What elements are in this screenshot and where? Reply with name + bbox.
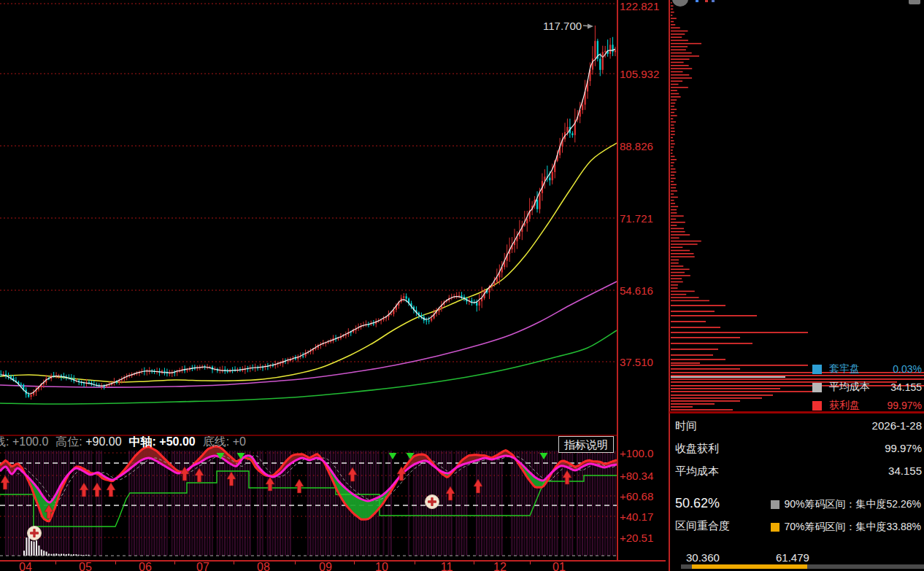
overlap-percent: 50.62% bbox=[675, 496, 720, 511]
trapped-swatch bbox=[812, 365, 822, 374]
chip-range-70-segment bbox=[692, 564, 807, 569]
svg-text:117.700: 117.700 bbox=[543, 20, 582, 32]
param-label: 中轴 bbox=[129, 435, 153, 448]
conc-90-swatch bbox=[771, 500, 779, 509]
mini-marker-icon bbox=[705, 0, 708, 2]
conc-90: 90%筹码区间：集中度52.26% bbox=[771, 498, 921, 511]
indicator-axis-label: +60.68 bbox=[620, 490, 653, 502]
info-row-close-profit: 收盘获利 99.97% bbox=[675, 442, 922, 456]
month-label: 12 bbox=[491, 561, 509, 571]
chip-distribution-chart bbox=[669, 0, 924, 413]
profit-swatch bbox=[812, 401, 822, 411]
info-row-time: 时间 2026-1-28 bbox=[675, 419, 922, 433]
avg-cost-swatch bbox=[812, 383, 822, 392]
legend-row-profit: 获利盘 99.97% bbox=[812, 399, 922, 412]
main-price-axis: 122.821105.93288.82671.72154.61637.510 bbox=[620, 0, 666, 435]
indicator-value-axis: +100.0+80.34+60.68+40.17+20.51 bbox=[620, 435, 666, 560]
legend-value: 0.03% bbox=[893, 363, 922, 375]
month-label: 06 bbox=[136, 561, 154, 571]
info-label: 收盘获利 bbox=[675, 442, 719, 456]
main-candlestick-chart: 117.700 bbox=[0, 0, 617, 435]
indicator-axis-label: +100.0 bbox=[620, 447, 653, 459]
mini-marker-icon bbox=[712, 0, 715, 2]
y-axis-label: 122.821 bbox=[620, 0, 659, 12]
time-axis-line bbox=[0, 560, 666, 562]
time-axis: 04050607080910111201 bbox=[0, 560, 666, 571]
info-value: 34.155 bbox=[888, 465, 922, 478]
month-label: 05 bbox=[77, 561, 94, 571]
chip-range-bar bbox=[681, 564, 924, 569]
legend-value: 34.155 bbox=[890, 381, 922, 393]
indicator-help-button[interactable]: 指标说明 bbox=[558, 436, 614, 453]
month-label: 08 bbox=[255, 561, 272, 571]
info-value: 2026-1-28 bbox=[872, 419, 922, 433]
indicator-axis-label: +20.51 bbox=[620, 532, 653, 544]
legend-label: 获利盘 bbox=[829, 399, 888, 412]
legend-label: 平均成本 bbox=[829, 381, 890, 394]
panel-menu-icon[interactable] bbox=[909, 0, 920, 4]
month-label: 07 bbox=[194, 561, 212, 571]
chip-bottom-border bbox=[669, 411, 924, 413]
range-high: 61.479 bbox=[776, 551, 809, 564]
y-axis-label: 54.616 bbox=[620, 284, 653, 297]
legend-value: 99.97% bbox=[888, 400, 922, 411]
y-axis-label: 105.932 bbox=[620, 68, 659, 80]
panel-divider bbox=[669, 0, 670, 571]
y-axis-label: 37.510 bbox=[620, 356, 653, 368]
month-label: 09 bbox=[317, 561, 334, 571]
legend-row-trapped: 套牢盘 0.03% bbox=[812, 362, 922, 376]
trading-app-window: 117.700 122.821105.93288.82671.72154.616… bbox=[0, 0, 924, 571]
info-value: 99.97% bbox=[885, 442, 922, 456]
mini-marker-icon bbox=[696, 0, 698, 2]
indicator-axis-label: +40.17 bbox=[620, 510, 653, 523]
param-label: 高位 bbox=[55, 435, 79, 448]
info-label: 时间 bbox=[675, 419, 697, 433]
info-label: 平均成本 bbox=[675, 465, 719, 478]
y-axis-label: 88.826 bbox=[620, 140, 653, 152]
month-label: 01 bbox=[550, 561, 568, 571]
month-label: 04 bbox=[17, 561, 34, 571]
indicator-top-border bbox=[0, 435, 617, 436]
month-label: 11 bbox=[438, 561, 455, 571]
legend-row-avg-cost: 平均成本 34.155 bbox=[812, 381, 922, 394]
legend-label: 套牢盘 bbox=[829, 362, 893, 376]
range-low: 30.360 bbox=[686, 551, 720, 564]
param-label: 底线 bbox=[203, 435, 226, 448]
y-axis-label: 71.721 bbox=[620, 212, 653, 225]
chart-right-border bbox=[617, 0, 618, 560]
info-row-avg-cost: 平均成本 34.155 bbox=[675, 465, 922, 478]
overlap-label: 区间重合度 bbox=[675, 519, 730, 533]
conc-70-swatch bbox=[771, 523, 779, 532]
conc-70: 70%筹码区间：集中度33.88% bbox=[771, 521, 921, 534]
indicator-parameters: 顶线: +100.0高位: +90.00中轴: +50.00底线: +0 bbox=[0, 435, 553, 451]
month-label: 10 bbox=[373, 561, 390, 571]
indicator-oscillator-chart bbox=[0, 435, 617, 560]
indicator-axis-label: +80.34 bbox=[620, 470, 653, 482]
param-label: 顶线 bbox=[0, 435, 6, 448]
